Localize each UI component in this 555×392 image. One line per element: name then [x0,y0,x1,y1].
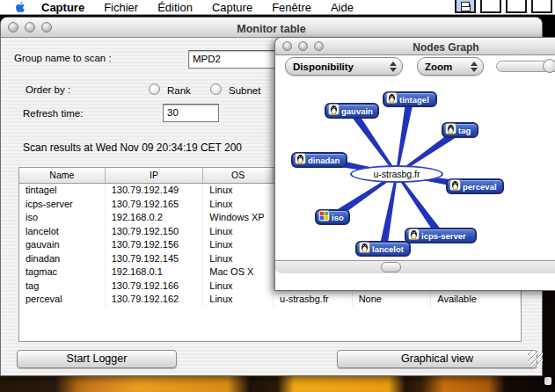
order-by-label: Order by : [26,84,70,95]
window-title: Nodes Graph [275,41,555,54]
table-cell: Available [431,293,521,307]
horizontal-scrollbar[interactable] [275,260,555,273]
monitor-title-bar[interactable]: Monitor table [1,18,542,38]
pager-cell-1[interactable] [455,0,476,13]
table-cell: Linux [203,225,274,239]
menu-items: CaptureFichierÉditionCaptureFenêtreAide [32,0,363,14]
table-cell: tag [19,279,106,294]
graph-node-label: gauvain [341,106,373,116]
column-header[interactable]: OS [203,168,274,183]
popup-arrows-icon [388,62,402,72]
table-cell: 192.168.0.1 [106,265,204,279]
table-cell: tintagel [19,184,106,198]
graph-node-tag[interactable]: tag [442,122,478,138]
column-header[interactable]: IP [106,168,204,183]
scrollbar-thumb[interactable] [381,262,401,272]
radio-subnet-label: Subnet [229,85,260,96]
graphical-view-button[interactable]: Graphical view [337,350,537,368]
table-cell: 192.168.0.2 [106,211,204,225]
table-cell: Linux [203,252,274,266]
table-cell: None [353,293,432,307]
zoom-popup[interactable]: Zoom [417,57,484,76]
linux-tux-icon [449,178,461,194]
scan-results-label: Scan results at Wed Nov 09 20:34:19 CET … [23,142,278,154]
graph-node-label: icps-server [421,231,466,241]
window-icon [461,4,471,11]
graph-node-iso[interactable]: iso [315,209,350,225]
desktop-icon[interactable] [544,377,551,385]
menu-item-édition[interactable]: Édition [148,1,202,14]
table-cell: tagmac [19,265,106,279]
start-logger-button[interactable]: Start Logger [17,350,177,368]
table-row[interactable]: perceval130.79.192.162Linuxu-strasbg.frN… [19,293,521,307]
table-cell: Linux [203,293,274,307]
graph-node-label: dinadan [308,156,340,165]
apple-menu-icon[interactable] [14,1,26,14]
table-cell: 130.79.192.149 [106,184,204,198]
menu-item-fichier[interactable]: Fichier [94,1,148,14]
refresh-time-label: Refresh time: [23,108,83,119]
pager-cell-3[interactable] [506,0,527,13]
table-cell: Windows XP [203,211,274,225]
table-cell: icps-server [19,198,106,212]
linux-tux-icon [408,228,420,243]
linux-tux-icon [445,122,456,138]
graph-node-label: tag [458,126,471,135]
nodes-graph-canvas[interactable]: gauvaintintageltagdinadanpercevalisolanc… [275,55,555,278]
window-title: Monitor table [1,23,542,35]
graph-node-perceval[interactable]: perceval [446,178,504,194]
table-cell: Linux [203,238,274,252]
table-cell: 130.79.192.150 [106,225,204,239]
menu-bar: CaptureFichierÉditionCaptureFenêtreAide [0,0,555,15]
table-cell: gauvain [19,238,106,252]
table-cell: iso [19,211,106,225]
table-cell: Linux [203,279,274,294]
radio-rank[interactable] [149,83,160,95]
graph-node-label: iso [332,213,344,222]
nodes-title-bar[interactable]: Nodes Graph [275,38,555,55]
graph-node-icps-server[interactable]: icps-server [405,228,477,243]
windows-os-icon [318,209,330,225]
radio-rank-label: Rank [167,85,191,96]
graph-node-label: lancelot [372,244,404,254]
table-cell: Linux [203,198,274,212]
linux-tux-icon [359,241,370,257]
graph-node-dinadan[interactable]: dinadan [291,152,347,168]
desktop-pager [455,0,552,13]
pager-cell-4[interactable] [531,0,552,13]
column-header[interactable]: Name [19,168,106,183]
menu-item-fenêtre[interactable]: Fenêtre [262,1,321,14]
table-cell: 130.79.192.162 [106,293,204,307]
graph-center-node[interactable]: u-strasbg.fr [350,165,443,183]
menu-item-capture[interactable]: Capture [32,1,94,14]
table-cell: lancelot [19,225,106,239]
menu-item-aide[interactable]: Aide [321,1,363,14]
disponibility-popup[interactable]: Disponibility [285,57,403,76]
linux-tux-icon [386,91,398,107]
graph-node-label: tintagel [399,95,429,105]
graph-node-lancelot[interactable]: lancelot [355,241,411,257]
screen: CaptureFichierÉditionCaptureFenêtreAide … [0,0,555,392]
pager-cell-2[interactable] [480,0,501,13]
graph-node-tintagel[interactable]: tintagel [383,91,437,107]
table-cell: 130.79.192.166 [106,279,204,294]
menu-item-capture[interactable]: Capture [202,1,262,14]
graph-node-gauvain[interactable]: gauvain [325,103,379,119]
linux-tux-icon [328,103,340,119]
resize-grip[interactable] [528,351,543,366]
table-cell: perceval [19,293,106,307]
table-cell: Mac OS X [203,265,274,279]
table-cell: u-strasbg.fr [274,293,353,307]
radio-subnet[interactable] [210,83,222,95]
group-name-label: Group name to scan : [14,53,112,63]
table-cell: 130.79.192.165 [106,198,204,212]
table-cell: 130.79.192.156 [106,238,204,252]
table-cell: 130.79.192.145 [106,252,204,266]
refresh-time-field[interactable]: 30 [163,104,219,122]
nodes-graph-window: Nodes Graph gauvaintintageltagdinadanper… [274,37,555,291]
zoom-slider-thumb[interactable] [543,59,555,73]
table-cell: dinadan [19,252,106,266]
graph-node-label: perceval [463,182,497,192]
graph-content: gauvaintintageltagdinadanpercevalisolanc… [275,55,555,278]
table-cell: Linux [203,184,274,198]
